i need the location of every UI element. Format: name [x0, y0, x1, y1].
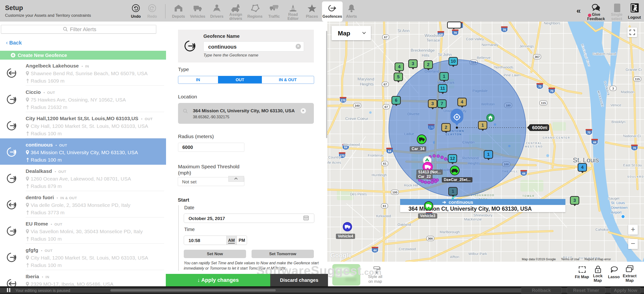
- svg-text:6000m: 6000m: [532, 125, 547, 130]
